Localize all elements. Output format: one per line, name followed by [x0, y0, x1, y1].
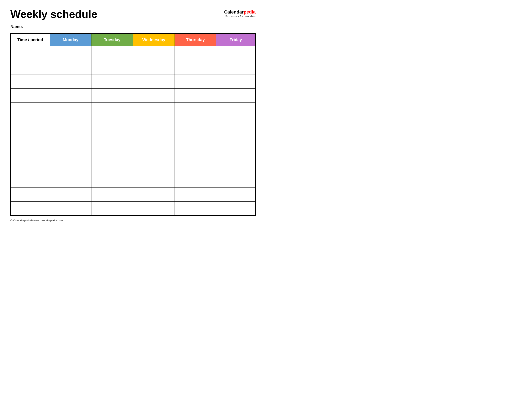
- table-cell[interactable]: [50, 187, 91, 201]
- logo-text: Calendarpedia: [224, 9, 256, 15]
- table-cell[interactable]: [91, 173, 133, 187]
- table-cell[interactable]: [91, 117, 133, 131]
- table-cell[interactable]: [133, 102, 175, 117]
- table-cell[interactable]: [175, 159, 216, 173]
- table-cell[interactable]: [175, 201, 216, 216]
- table-cell[interactable]: [216, 102, 255, 117]
- table-cell[interactable]: [91, 46, 133, 60]
- table-cell[interactable]: [133, 46, 175, 60]
- table-cell[interactable]: [133, 88, 175, 102]
- table-row: [11, 102, 255, 117]
- table-cell[interactable]: [91, 145, 133, 159]
- table-cell[interactable]: [50, 145, 91, 159]
- table-row: [11, 187, 255, 201]
- table-cell[interactable]: [133, 173, 175, 187]
- table-cell[interactable]: [11, 201, 50, 216]
- table-cell[interactable]: [216, 145, 255, 159]
- table-cell[interactable]: [133, 159, 175, 173]
- table-cell[interactable]: [11, 102, 50, 117]
- page-title: Weekly schedule: [10, 8, 97, 20]
- table-cell[interactable]: [11, 60, 50, 74]
- logo-calendar-part: Calendar: [224, 9, 244, 14]
- table-cell[interactable]: [216, 74, 255, 88]
- schedule-body: [11, 46, 255, 216]
- header-section: Weekly schedule Calendarpedia Your sourc…: [10, 8, 256, 20]
- table-cell[interactable]: [216, 201, 255, 216]
- table-cell[interactable]: [50, 74, 91, 88]
- table-cell[interactable]: [133, 187, 175, 201]
- table-row: [11, 201, 255, 216]
- table-cell[interactable]: [175, 46, 216, 60]
- table-cell[interactable]: [216, 117, 255, 131]
- table-cell[interactable]: [91, 131, 133, 145]
- table-cell[interactable]: [216, 187, 255, 201]
- col-header-thursday: Thursday: [175, 33, 216, 46]
- table-row: [11, 46, 255, 60]
- table-cell[interactable]: [175, 145, 216, 159]
- table-cell[interactable]: [133, 145, 175, 159]
- table-cell[interactable]: [216, 88, 255, 102]
- table-cell[interactable]: [11, 173, 50, 187]
- table-cell[interactable]: [175, 131, 216, 145]
- table-cell[interactable]: [91, 74, 133, 88]
- table-row: [11, 74, 255, 88]
- table-cell[interactable]: [133, 60, 175, 74]
- schedule-table: Time / period Monday Tuesday Wednesday T…: [10, 33, 256, 216]
- table-cell[interactable]: [175, 102, 216, 117]
- table-cell[interactable]: [11, 88, 50, 102]
- table-cell[interactable]: [50, 173, 91, 187]
- table-cell[interactable]: [11, 74, 50, 88]
- table-cell[interactable]: [11, 145, 50, 159]
- table-cell[interactable]: [50, 117, 91, 131]
- table-cell[interactable]: [133, 117, 175, 131]
- table-cell[interactable]: [175, 173, 216, 187]
- table-cell[interactable]: [50, 60, 91, 74]
- table-cell[interactable]: [91, 187, 133, 201]
- table-cell[interactable]: [175, 187, 216, 201]
- col-header-tuesday: Tuesday: [91, 33, 133, 46]
- table-cell[interactable]: [11, 159, 50, 173]
- table-cell[interactable]: [216, 173, 255, 187]
- table-cell[interactable]: [50, 46, 91, 60]
- table-cell[interactable]: [175, 88, 216, 102]
- table-cell[interactable]: [11, 187, 50, 201]
- table-cell[interactable]: [91, 201, 133, 216]
- table-cell[interactable]: [175, 117, 216, 131]
- table-cell[interactable]: [50, 88, 91, 102]
- table-cell[interactable]: [216, 46, 255, 60]
- table-cell[interactable]: [133, 131, 175, 145]
- col-header-wednesday: Wednesday: [133, 33, 175, 46]
- table-cell[interactable]: [11, 117, 50, 131]
- table-cell[interactable]: [91, 159, 133, 173]
- table-cell[interactable]: [50, 102, 91, 117]
- table-cell[interactable]: [50, 159, 91, 173]
- table-row: [11, 131, 255, 145]
- header-row: Time / period Monday Tuesday Wednesday T…: [11, 33, 255, 46]
- table-cell[interactable]: [133, 201, 175, 216]
- table-cell[interactable]: [216, 131, 255, 145]
- table-cell[interactable]: [50, 201, 91, 216]
- table-cell[interactable]: [11, 131, 50, 145]
- table-cell[interactable]: [133, 74, 175, 88]
- table-cell[interactable]: [175, 74, 216, 88]
- table-cell[interactable]: [50, 131, 91, 145]
- footer: © Calendarpedia® www.calendarpedia.com: [10, 219, 256, 222]
- name-label: Name:: [10, 24, 256, 29]
- table-cell[interactable]: [91, 60, 133, 74]
- logo-tagline: Your source for calendars: [224, 15, 256, 18]
- table-cell[interactable]: [91, 88, 133, 102]
- table-row: [11, 173, 255, 187]
- col-header-friday: Friday: [216, 33, 255, 46]
- table-cell[interactable]: [216, 159, 255, 173]
- table-cell[interactable]: [175, 60, 216, 74]
- table-row: [11, 145, 255, 159]
- table-cell[interactable]: [91, 102, 133, 117]
- table-cell[interactable]: [11, 46, 50, 60]
- logo-area: Calendarpedia Your source for calendars: [224, 9, 256, 18]
- table-row: [11, 88, 255, 102]
- table-row: [11, 117, 255, 131]
- table-row: [11, 159, 255, 173]
- table-row: [11, 60, 255, 74]
- col-header-monday: Monday: [50, 33, 91, 46]
- table-cell[interactable]: [216, 60, 255, 74]
